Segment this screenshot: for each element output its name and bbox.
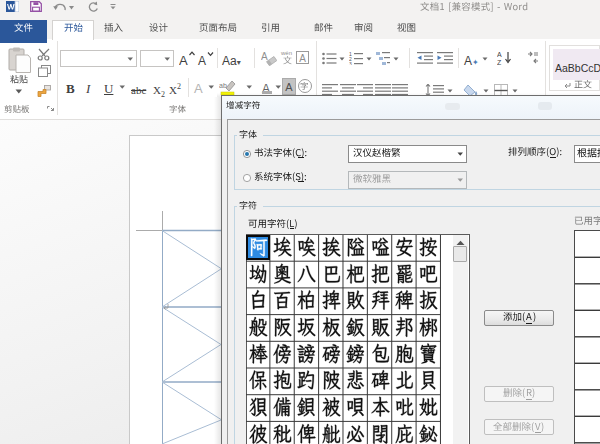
svg-text:A: A: [179, 53, 188, 68]
svg-text:Z: Z: [497, 59, 502, 66]
svg-text:A: A: [497, 51, 502, 58]
svg-text:3: 3: [349, 61, 352, 65]
svg-text:A: A: [261, 51, 268, 62]
svg-text:A: A: [198, 54, 206, 68]
